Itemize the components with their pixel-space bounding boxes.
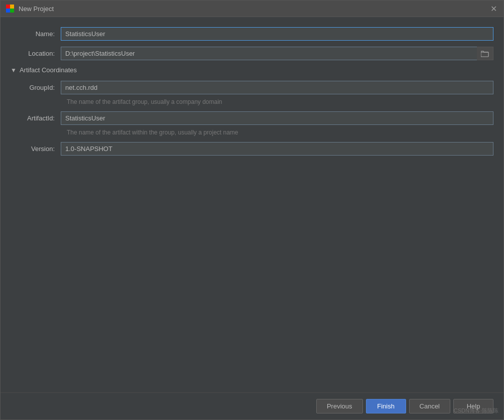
browse-button[interactable]: [477, 47, 493, 60]
title-bar: New Project ✕: [1, 1, 503, 17]
previous-button[interactable]: Previous: [316, 399, 363, 413]
version-row: Version:: [11, 142, 493, 156]
groupid-label: GroupId:: [11, 84, 61, 91]
svg-rect-2: [6, 9, 10, 13]
artifact-section-title: Artifact Coordinates: [20, 66, 77, 74]
name-row: Name:: [11, 27, 493, 41]
location-input[interactable]: [61, 47, 477, 60]
watermark: CSDN博客·陈陈陈: [454, 407, 498, 414]
groupid-hint: The name of the artifact group, usually …: [67, 98, 493, 105]
cancel-button[interactable]: Cancel: [409, 399, 450, 413]
dialog-content: Name: Location: ▼ Artifact Coordinates: [1, 17, 503, 392]
finish-button[interactable]: Finish: [366, 399, 406, 413]
dialog-title: New Project: [19, 5, 54, 13]
version-input[interactable]: [61, 142, 493, 156]
groupid-input[interactable]: [61, 81, 493, 94]
app-icon: [6, 4, 15, 13]
title-bar-left: New Project: [6, 4, 54, 13]
artifact-section-header: ▼ Artifact Coordinates: [11, 66, 493, 74]
dialog-footer: Previous Finish Cancel Help: [1, 392, 503, 419]
version-label: Version:: [11, 145, 61, 153]
artifactid-label: ArtifactId:: [11, 114, 61, 122]
groupid-row: GroupId:: [11, 81, 493, 94]
artifactid-hint: The name of the artifact within the grou…: [67, 129, 493, 136]
name-input[interactable]: [61, 27, 493, 41]
new-project-dialog: New Project ✕ Name: Location:: [0, 0, 504, 420]
section-toggle-icon[interactable]: ▼: [11, 67, 17, 74]
artifactid-input[interactable]: [61, 111, 493, 125]
artifactid-row: ArtifactId:: [11, 111, 493, 125]
svg-rect-1: [10, 5, 14, 9]
svg-rect-0: [6, 5, 10, 9]
name-label: Name:: [11, 30, 61, 38]
svg-rect-4: [481, 52, 488, 57]
location-input-group: [61, 47, 493, 60]
close-button[interactable]: ✕: [488, 4, 498, 14]
location-row: Location:: [11, 47, 493, 60]
location-label: Location:: [11, 50, 61, 57]
svg-rect-3: [10, 9, 14, 13]
